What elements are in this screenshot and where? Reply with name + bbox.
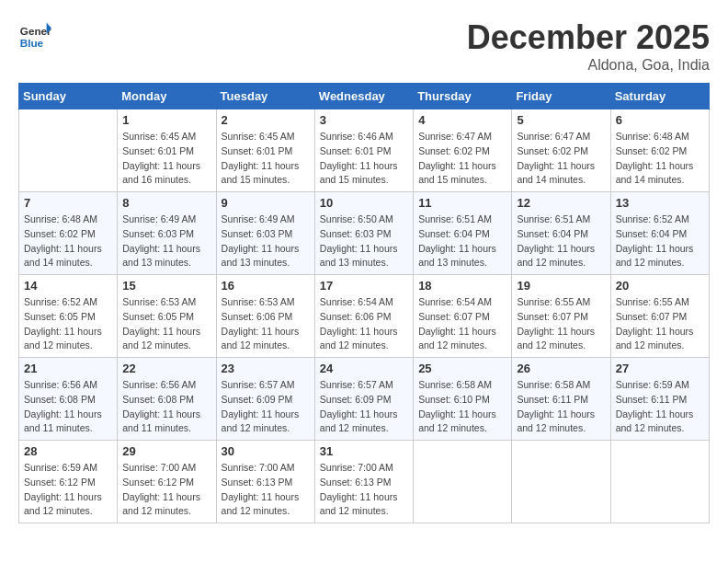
day-info: Sunrise: 6:52 AM Sunset: 6:05 PM Dayligh… xyxy=(24,295,112,353)
day-info: Sunrise: 6:53 AM Sunset: 6:05 PM Dayligh… xyxy=(122,295,210,353)
day-number: 18 xyxy=(418,279,506,293)
day-number: 21 xyxy=(24,362,112,375)
calendar-week-row: 14Sunrise: 6:52 AM Sunset: 6:05 PM Dayli… xyxy=(19,275,710,358)
calendar-cell: 21Sunrise: 6:56 AM Sunset: 6:08 PM Dayli… xyxy=(19,358,118,441)
calendar-week-row: 28Sunrise: 6:59 AM Sunset: 6:12 PM Dayli… xyxy=(19,441,710,523)
day-info: Sunrise: 6:45 AM Sunset: 6:01 PM Dayligh… xyxy=(222,130,310,188)
calendar-cell: 3Sunrise: 6:46 AM Sunset: 6:01 PM Daylig… xyxy=(314,109,413,192)
day-number: 25 xyxy=(418,362,506,375)
day-number: 16 xyxy=(222,279,310,293)
calendar-cell: 2Sunrise: 6:45 AM Sunset: 6:01 PM Daylig… xyxy=(216,109,314,192)
day-number: 15 xyxy=(122,279,210,293)
day-info: Sunrise: 6:45 AM Sunset: 6:01 PM Dayligh… xyxy=(122,130,210,188)
day-number: 11 xyxy=(418,196,506,210)
day-info: Sunrise: 6:53 AM Sunset: 6:06 PM Dayligh… xyxy=(222,295,310,353)
day-number: 24 xyxy=(320,362,408,375)
day-info: Sunrise: 6:49 AM Sunset: 6:03 PM Dayligh… xyxy=(122,213,210,270)
calendar-cell: 1Sunrise: 6:45 AM Sunset: 6:01 PM Daylig… xyxy=(118,109,216,192)
day-number: 2 xyxy=(222,113,310,127)
day-number: 12 xyxy=(517,196,605,210)
day-info: Sunrise: 6:49 AM Sunset: 6:03 PM Dayligh… xyxy=(222,213,310,270)
weekday-header: Monday xyxy=(118,84,216,109)
day-info: Sunrise: 6:52 AM Sunset: 6:04 PM Dayligh… xyxy=(616,213,704,270)
calendar-cell: 12Sunrise: 6:51 AM Sunset: 6:04 PM Dayli… xyxy=(512,192,610,275)
day-info: Sunrise: 6:56 AM Sunset: 6:08 PM Dayligh… xyxy=(24,378,112,436)
calendar-cell: 5Sunrise: 6:47 AM Sunset: 6:02 PM Daylig… xyxy=(512,109,610,192)
day-info: Sunrise: 6:58 AM Sunset: 6:10 PM Dayligh… xyxy=(418,378,506,436)
calendar-cell: 11Sunrise: 6:51 AM Sunset: 6:04 PM Dayli… xyxy=(414,192,512,275)
day-info: Sunrise: 6:57 AM Sunset: 6:09 PM Dayligh… xyxy=(222,378,310,436)
day-info: Sunrise: 7:00 AM Sunset: 6:13 PM Dayligh… xyxy=(320,461,408,519)
day-number: 13 xyxy=(616,196,704,210)
calendar-cell: 22Sunrise: 6:56 AM Sunset: 6:08 PM Dayli… xyxy=(118,358,216,441)
weekday-header: Thursday xyxy=(414,84,512,109)
day-info: Sunrise: 6:56 AM Sunset: 6:08 PM Dayligh… xyxy=(122,378,210,436)
day-info: Sunrise: 6:50 AM Sunset: 6:03 PM Dayligh… xyxy=(320,213,408,270)
calendar-cell: 27Sunrise: 6:59 AM Sunset: 6:11 PM Dayli… xyxy=(610,358,709,441)
day-number: 31 xyxy=(320,444,408,458)
day-number: 30 xyxy=(222,444,310,458)
calendar-table: SundayMondayTuesdayWednesdayThursdayFrid… xyxy=(18,83,710,523)
day-info: Sunrise: 6:47 AM Sunset: 6:02 PM Dayligh… xyxy=(517,130,605,188)
day-number: 19 xyxy=(517,279,605,293)
day-number: 22 xyxy=(122,362,210,375)
calendar-cell: 13Sunrise: 6:52 AM Sunset: 6:04 PM Dayli… xyxy=(610,192,709,275)
calendar-cell: 23Sunrise: 6:57 AM Sunset: 6:09 PM Dayli… xyxy=(216,358,314,441)
calendar-cell: 17Sunrise: 6:54 AM Sunset: 6:06 PM Dayli… xyxy=(314,275,413,358)
day-info: Sunrise: 6:55 AM Sunset: 6:07 PM Dayligh… xyxy=(616,295,704,353)
day-info: Sunrise: 6:46 AM Sunset: 6:01 PM Dayligh… xyxy=(320,130,408,188)
calendar-cell: 24Sunrise: 6:57 AM Sunset: 6:09 PM Dayli… xyxy=(314,358,413,441)
calendar-cell: 16Sunrise: 6:53 AM Sunset: 6:06 PM Dayli… xyxy=(216,275,314,358)
calendar-week-row: 1Sunrise: 6:45 AM Sunset: 6:01 PM Daylig… xyxy=(19,109,710,192)
day-info: Sunrise: 6:59 AM Sunset: 6:12 PM Dayligh… xyxy=(24,461,112,519)
day-number: 26 xyxy=(517,362,605,375)
calendar-cell xyxy=(19,109,118,192)
calendar-cell: 29Sunrise: 7:00 AM Sunset: 6:12 PM Dayli… xyxy=(118,441,216,523)
calendar-cell xyxy=(610,441,709,523)
calendar-cell: 8Sunrise: 6:49 AM Sunset: 6:03 PM Daylig… xyxy=(118,192,216,275)
logo-icon: General Blue xyxy=(18,18,51,52)
calendar-cell: 30Sunrise: 7:00 AM Sunset: 6:13 PM Dayli… xyxy=(216,441,314,523)
calendar-cell: 28Sunrise: 6:59 AM Sunset: 6:12 PM Dayli… xyxy=(19,441,118,523)
weekday-header: Wednesday xyxy=(314,84,413,109)
calendar-cell: 18Sunrise: 6:54 AM Sunset: 6:07 PM Dayli… xyxy=(414,275,512,358)
day-number: 29 xyxy=(122,444,210,458)
day-info: Sunrise: 6:57 AM Sunset: 6:09 PM Dayligh… xyxy=(320,378,408,436)
calendar-cell: 15Sunrise: 6:53 AM Sunset: 6:05 PM Dayli… xyxy=(118,275,216,358)
day-number: 9 xyxy=(222,196,310,210)
day-number: 7 xyxy=(24,196,112,210)
weekday-header: Saturday xyxy=(610,84,709,109)
day-number: 6 xyxy=(616,113,704,127)
svg-text:Blue: Blue xyxy=(20,37,44,49)
day-info: Sunrise: 6:54 AM Sunset: 6:06 PM Dayligh… xyxy=(320,295,408,353)
calendar-cell: 9Sunrise: 6:49 AM Sunset: 6:03 PM Daylig… xyxy=(216,192,314,275)
page-header: General Blue December 2025 Aldona, Goa, … xyxy=(18,18,710,74)
calendar-week-row: 7Sunrise: 6:48 AM Sunset: 6:02 PM Daylig… xyxy=(19,192,710,275)
weekday-header: Tuesday xyxy=(216,84,314,109)
weekday-header: Sunday xyxy=(19,84,118,109)
title-area: December 2025 Aldona, Goa, India xyxy=(467,18,710,74)
day-number: 5 xyxy=(517,113,605,127)
calendar-cell: 4Sunrise: 6:47 AM Sunset: 6:02 PM Daylig… xyxy=(414,109,512,192)
weekday-header: Friday xyxy=(512,84,610,109)
day-info: Sunrise: 6:51 AM Sunset: 6:04 PM Dayligh… xyxy=(517,213,605,270)
day-number: 23 xyxy=(222,362,310,375)
day-info: Sunrise: 7:00 AM Sunset: 6:13 PM Dayligh… xyxy=(222,461,310,519)
day-info: Sunrise: 6:48 AM Sunset: 6:02 PM Dayligh… xyxy=(616,130,704,188)
calendar-cell: 26Sunrise: 6:58 AM Sunset: 6:11 PM Dayli… xyxy=(512,358,610,441)
day-number: 3 xyxy=(320,113,408,127)
day-number: 4 xyxy=(418,113,506,127)
day-number: 27 xyxy=(616,362,704,375)
calendar-cell: 20Sunrise: 6:55 AM Sunset: 6:07 PM Dayli… xyxy=(610,275,709,358)
day-info: Sunrise: 6:54 AM Sunset: 6:07 PM Dayligh… xyxy=(418,295,506,353)
day-info: Sunrise: 6:59 AM Sunset: 6:11 PM Dayligh… xyxy=(616,378,704,436)
day-number: 10 xyxy=(320,196,408,210)
day-number: 1 xyxy=(122,113,210,127)
calendar-cell xyxy=(512,441,610,523)
calendar-cell: 19Sunrise: 6:55 AM Sunset: 6:07 PM Dayli… xyxy=(512,275,610,358)
day-number: 20 xyxy=(616,279,704,293)
day-info: Sunrise: 6:58 AM Sunset: 6:11 PM Dayligh… xyxy=(517,378,605,436)
day-info: Sunrise: 6:51 AM Sunset: 6:04 PM Dayligh… xyxy=(418,213,506,270)
calendar-week-row: 21Sunrise: 6:56 AM Sunset: 6:08 PM Dayli… xyxy=(19,358,710,441)
day-info: Sunrise: 6:47 AM Sunset: 6:02 PM Dayligh… xyxy=(418,130,506,188)
